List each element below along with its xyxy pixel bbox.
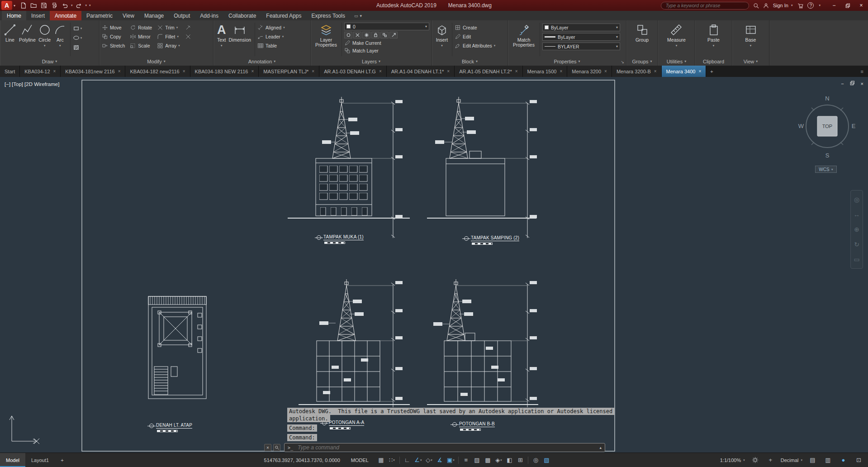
layer-lock-icon[interactable] bbox=[371, 32, 379, 38]
minimize-button[interactable]: − bbox=[827, 0, 841, 11]
ribbon-tab-featured-apps[interactable]: Featured Apps bbox=[261, 11, 306, 20]
close-icon[interactable]: × bbox=[515, 69, 518, 74]
match-layer-button[interactable]: Match Layer bbox=[344, 48, 429, 54]
user-icon[interactable] bbox=[763, 3, 769, 9]
close-icon[interactable]: × bbox=[604, 69, 607, 74]
create-block-button[interactable]: Create bbox=[455, 24, 495, 31]
viewport-visual-style-control[interactable]: [2D Wireframe] bbox=[24, 81, 59, 87]
app-store-cart-icon[interactable] bbox=[797, 3, 803, 9]
qat-customize-chevron-icon[interactable]: ▾ bbox=[88, 4, 92, 7]
mirror-button[interactable]: Mirror bbox=[130, 33, 152, 40]
open-file-button[interactable] bbox=[28, 1, 38, 10]
block-panel-footer[interactable]: Block ▾ bbox=[432, 57, 508, 66]
lineweight-dropdown[interactable]: ByLayer ▾ bbox=[542, 33, 620, 41]
dynamic-input-icon[interactable]: ⊞ bbox=[515, 455, 526, 465]
clipboard-panel-footer[interactable]: Clipboard bbox=[695, 57, 732, 66]
crosshair-icon[interactable]: + bbox=[765, 455, 776, 465]
viewcube-east[interactable]: E bbox=[852, 123, 856, 129]
annotation-panel-footer[interactable]: Annotation ▾ bbox=[213, 57, 310, 66]
snap-toggle-icon[interactable]: ∷▾ bbox=[387, 455, 397, 465]
layer-match-icon[interactable] bbox=[380, 32, 389, 38]
ribbon-tab-view[interactable]: View bbox=[118, 11, 139, 20]
line-button[interactable]: Line bbox=[2, 22, 18, 57]
help-icon[interactable]: ? bbox=[807, 2, 814, 9]
chevron-down-icon[interactable]: ▾ bbox=[14, 4, 15, 8]
object-snap-icon[interactable]: ▣▾ bbox=[446, 455, 456, 465]
object-color-dropdown[interactable]: ByLayer ▾ bbox=[542, 24, 620, 31]
chevron-down-icon[interactable]: ▾ bbox=[818, 4, 821, 7]
isolate-objects-icon[interactable]: ◎ bbox=[531, 455, 541, 465]
tray-settings-icon[interactable]: ▥ bbox=[823, 455, 833, 465]
groups-panel-footer[interactable]: Groups ▾ bbox=[626, 57, 658, 66]
fillet-button[interactable]: Fillet▾ bbox=[157, 33, 180, 40]
units-control[interactable]: Decimal ▾ bbox=[781, 457, 802, 463]
close-icon[interactable]: × bbox=[53, 69, 56, 74]
ortho-toggle-icon[interactable]: ∟ bbox=[402, 455, 413, 465]
orbit-icon[interactable]: ↻ bbox=[854, 241, 859, 248]
tab-overflow-menu-icon[interactable]: ≡ bbox=[856, 66, 868, 77]
ribbon-tab-home[interactable]: Home bbox=[2, 11, 26, 20]
viewcube-top-face[interactable]: TOP bbox=[822, 124, 832, 129]
search-input[interactable] bbox=[665, 2, 745, 9]
arc-button[interactable]: Arc ▾ bbox=[52, 22, 68, 57]
erase-button[interactable] bbox=[185, 24, 194, 31]
hardware-acceleration-icon[interactable]: ● bbox=[838, 455, 849, 465]
doc-minimize-button[interactable]: − bbox=[841, 81, 844, 86]
rotate-button[interactable]: Rotate bbox=[130, 24, 152, 31]
command-close-button[interactable]: × bbox=[264, 444, 271, 451]
clean-screen-icon[interactable]: ⊡ bbox=[854, 455, 864, 465]
layer-freeze-icon[interactable] bbox=[362, 32, 370, 38]
polyline-button[interactable]: Polyline bbox=[18, 22, 37, 57]
doc-tab[interactable]: Menara 1500× bbox=[523, 66, 568, 77]
close-icon[interactable]: × bbox=[379, 69, 382, 74]
hatch-tool-button[interactable] bbox=[73, 44, 82, 51]
close-icon[interactable]: × bbox=[560, 69, 562, 74]
layer-select-dropdown[interactable]: 0 ▾ bbox=[344, 23, 429, 30]
close-icon[interactable]: × bbox=[654, 69, 657, 74]
command-input[interactable] bbox=[297, 444, 596, 451]
doc-tab-active[interactable]: Menara 3400× bbox=[662, 66, 707, 77]
sign-in-button[interactable]: Sign In ▾ bbox=[773, 3, 794, 8]
doc-tab[interactable]: KBA034-12× bbox=[20, 66, 61, 77]
ellipse-tool-button[interactable]: ▾ bbox=[73, 34, 82, 41]
3d-object-snap-icon[interactable]: ◈▾ bbox=[493, 455, 504, 465]
ribbon-tab-insert[interactable]: Insert bbox=[26, 11, 50, 20]
model-layout-tab[interactable]: Model bbox=[0, 453, 25, 467]
new-drawing-tab-button[interactable]: + bbox=[706, 66, 717, 77]
restore-button[interactable] bbox=[841, 0, 854, 11]
viewport-view-control[interactable]: [Top] bbox=[12, 81, 23, 87]
explode-button[interactable] bbox=[185, 33, 194, 40]
ribbon-tab-manage[interactable]: Manage bbox=[139, 11, 169, 20]
help-search-box[interactable] bbox=[661, 2, 749, 10]
zoom-icon[interactable]: ⊕ bbox=[854, 226, 859, 233]
chevron-down-icon[interactable]: ▾ bbox=[70, 4, 74, 7]
measure-button[interactable]: Measure ▾ bbox=[666, 22, 687, 57]
close-button[interactable]: × bbox=[854, 0, 868, 11]
doc-restore-button[interactable] bbox=[850, 81, 855, 86]
group-button[interactable]: Group bbox=[634, 22, 650, 57]
close-icon[interactable]: × bbox=[251, 69, 254, 74]
new-layout-button[interactable]: + bbox=[55, 453, 69, 467]
edit-attributes-button[interactable]: Edit Attributes▾ bbox=[455, 43, 495, 49]
model-space-toggle[interactable]: MODEL bbox=[351, 457, 369, 463]
trim-button[interactable]: Trim▾ bbox=[157, 24, 180, 31]
layers-panel-footer[interactable]: Layers ▾ bbox=[311, 57, 432, 66]
doc-tab[interactable]: MASTERPLAN TLJ*× bbox=[259, 66, 319, 77]
ribbon-tab-parametric[interactable]: Parametric bbox=[81, 11, 118, 20]
layer-off-icon[interactable] bbox=[344, 32, 352, 38]
search-icon[interactable] bbox=[753, 3, 759, 9]
navigation-wheel-icon[interactable]: ◎ bbox=[854, 196, 859, 203]
make-current-button[interactable]: Make Current bbox=[344, 40, 429, 46]
copy-button[interactable]: Copy bbox=[102, 33, 125, 40]
scale-button[interactable]: Scale bbox=[130, 43, 152, 49]
selection-cycling-icon[interactable]: ▩ bbox=[483, 455, 493, 465]
command-history-expand-icon[interactable]: ▴ bbox=[599, 445, 602, 450]
command-line[interactable]: >_ ▴ bbox=[284, 443, 605, 452]
doc-tab[interactable]: AR.A1-04 DENAH LT.1*× bbox=[387, 66, 455, 77]
graphics-performance-icon[interactable]: ▧ bbox=[541, 455, 552, 465]
chevron-down-icon[interactable]: ▾ bbox=[85, 4, 88, 7]
viewport-minimize-control[interactable]: [−] bbox=[5, 81, 10, 87]
model-space-canvas[interactable]: [−] [Top] [2D Wireframe] − × TOP N S W E… bbox=[0, 77, 868, 453]
text-button[interactable]: A Text ▾ bbox=[216, 22, 228, 57]
close-icon[interactable]: × bbox=[447, 69, 450, 74]
